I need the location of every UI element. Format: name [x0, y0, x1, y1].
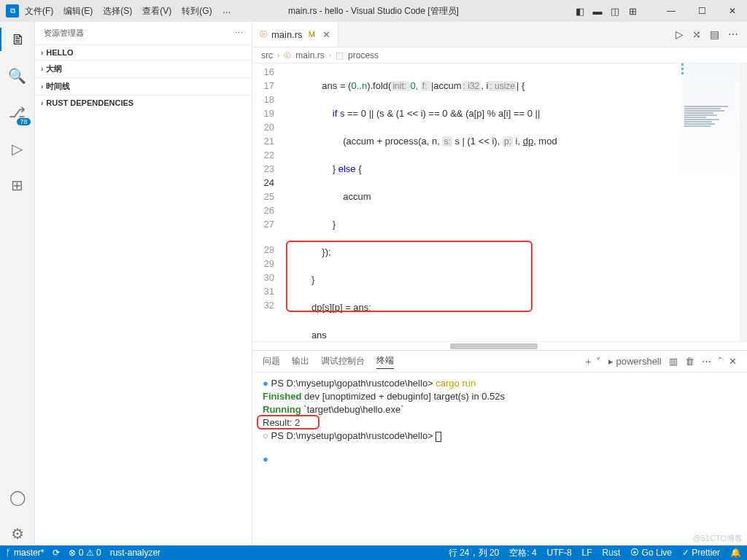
- scrollbar-horizontal[interactable]: [252, 341, 747, 350]
- terminal-maximize-icon[interactable]: ˆ: [719, 356, 721, 367]
- panel-close-icon[interactable]: ✕: [729, 356, 737, 367]
- activity-explorer[interactable]: 🗎: [0, 28, 35, 51]
- menu-bar: 文件(F) 编辑(E) 选择(S) 查看(V) 转到(G) …: [25, 5, 231, 18]
- editor-actions: ▷ ⤭ ▤ ⋯: [676, 22, 747, 47]
- more-icon[interactable]: ⋯: [728, 28, 738, 40]
- menu-more[interactable]: …: [222, 5, 231, 18]
- window-title: main.rs - hello - Visual Studio Code [管理…: [288, 5, 459, 18]
- sb-problems[interactable]: ⊗ 0 ⚠ 0: [69, 548, 101, 558]
- bc-folder[interactable]: src: [261, 50, 273, 61]
- minimap[interactable]: [681, 63, 740, 341]
- sidebar-title: 资源管理器: [44, 28, 84, 39]
- tab-dirty: M: [309, 30, 315, 39]
- sb-rust-analyzer[interactable]: rust-analyzer: [110, 548, 160, 558]
- tab-close-icon[interactable]: ✕: [322, 29, 330, 40]
- tab-main-rs[interactable]: ⦾ main.rs M ✕: [252, 22, 338, 47]
- sidebar-section-hello[interactable]: ›HELLO: [35, 44, 252, 60]
- sb-prettier[interactable]: ✓ Prettier: [682, 547, 720, 559]
- menu-goto[interactable]: 转到(G): [182, 5, 212, 18]
- ptab-terminal[interactable]: 终端: [376, 354, 394, 369]
- menu-select[interactable]: 选择(S): [103, 5, 132, 18]
- sb-language[interactable]: Rust: [603, 547, 621, 559]
- editor-tabs: ⦾ main.rs M ✕ ▷ ⤭ ▤ ⋯: [252, 22, 747, 47]
- sidebar-section-outline[interactable]: ›大纲: [35, 60, 252, 77]
- scrollbar-vertical[interactable]: [740, 63, 747, 341]
- menu-edit[interactable]: 编辑(E): [63, 5, 93, 18]
- highlight-main-fn: [286, 241, 533, 312]
- activity-search[interactable]: 🔍: [0, 64, 35, 88]
- layout-icon[interactable]: ◧: [572, 3, 588, 19]
- scm-badge: 78: [17, 118, 30, 125]
- sb-sync[interactable]: ⟳: [53, 548, 60, 558]
- editor-area: ⦾ main.rs M ✕ ▷ ⤭ ▤ ⋯ src › ⦾ main.rs › …: [252, 22, 747, 545]
- layout-icon[interactable]: ◫: [607, 3, 623, 19]
- minimize-button[interactable]: —: [657, 0, 686, 22]
- highlight-result: [257, 415, 320, 429]
- code-editor[interactable]: 1617181920212223242526272829303132 ans =…: [252, 63, 747, 341]
- sb-cursor-pos[interactable]: 行 24，列 20: [449, 547, 499, 559]
- sb-notifications[interactable]: 🔔: [730, 547, 741, 559]
- activity-extensions[interactable]: ⊞: [0, 174, 35, 197]
- sidebar-more-icon[interactable]: ⋯: [235, 28, 243, 38]
- sb-golive[interactable]: ⦿ Go Live: [630, 547, 672, 559]
- terminal-more-icon[interactable]: ⋯: [702, 356, 711, 367]
- bottom-panel: 问题 输出 调试控制台 终端 ＋ ˅ ▸ powershell ▥ 🗑 ⋯ ˆ …: [252, 350, 747, 545]
- terminal[interactable]: ● PS D:\mysetup\gopath\rustcode\hello> c…: [252, 373, 747, 545]
- bc-symbol[interactable]: process: [348, 50, 379, 61]
- status-bar: ᚶ master* ⟳ ⊗ 0 ⚠ 0 rust-analyzer 行 24，列…: [0, 545, 747, 560]
- sidebar-section-rustdeps[interactable]: ›RUST DEPENDENCIES: [35, 95, 252, 110]
- line-gutter: 1617181920212223242526272829303132: [252, 63, 285, 341]
- sb-encoding[interactable]: UTF-8: [547, 547, 572, 559]
- bc-file[interactable]: main.rs: [295, 50, 324, 61]
- sidebar-section-timeline[interactable]: ›时间线: [35, 77, 252, 95]
- activity-debug[interactable]: ▷: [0, 137, 35, 160]
- terminal-cursor: [436, 432, 441, 442]
- layout-icon[interactable]: ⊞: [624, 3, 640, 19]
- sb-branch[interactable]: ᚶ master*: [6, 548, 44, 558]
- activity-settings[interactable]: ⚙: [0, 522, 35, 545]
- breadcrumb[interactable]: src › ⦾ main.rs › ⬚ process: [252, 47, 747, 63]
- diff-icon[interactable]: ⤭: [692, 28, 701, 40]
- layout-icon[interactable]: ▬: [589, 3, 605, 19]
- run-icon[interactable]: ▷: [676, 28, 684, 40]
- sb-indent[interactable]: 空格: 4: [509, 547, 536, 559]
- ptab-problems[interactable]: 问题: [263, 355, 280, 368]
- activity-bar: 🗎 🔍 ⎇78 ▷ ⊞ ◯ ⚙: [0, 22, 35, 545]
- rust-file-icon: ⦾: [284, 50, 291, 61]
- terminal-shell-label[interactable]: ▸ powershell: [608, 356, 662, 367]
- menu-file[interactable]: 文件(F): [25, 5, 53, 18]
- terminal-new-icon[interactable]: ＋ ˅: [584, 355, 601, 368]
- tab-label: main.rs: [271, 29, 303, 40]
- titlebar: ⧉ 文件(F) 编辑(E) 选择(S) 查看(V) 转到(G) … main.r…: [0, 0, 747, 22]
- terminal-trash-icon[interactable]: 🗑: [685, 356, 694, 367]
- layout-controls: ◧ ▬ ◫ ⊞: [572, 3, 640, 19]
- cube-icon: ⬚: [336, 50, 344, 61]
- rust-file-icon: ⦾: [260, 28, 267, 40]
- split-icon[interactable]: ▤: [710, 28, 719, 40]
- panel-tabs: 问题 输出 调试控制台 终端 ＋ ˅ ▸ powershell ▥ 🗑 ⋯ ˆ …: [252, 351, 747, 373]
- code-body[interactable]: ans = (0..n).fold(init: 0, f: |accum: i3…: [285, 63, 747, 341]
- activity-scm[interactable]: ⎇78: [0, 101, 35, 124]
- vscode-icon: ⧉: [6, 4, 19, 18]
- maximize-button[interactable]: ☐: [687, 0, 716, 22]
- ptab-debug[interactable]: 调试控制台: [321, 355, 365, 368]
- close-button[interactable]: ✕: [718, 0, 747, 22]
- menu-view[interactable]: 查看(V): [142, 5, 171, 18]
- ptab-output[interactable]: 输出: [292, 355, 309, 368]
- sb-eol[interactable]: LF: [582, 547, 592, 559]
- activity-account[interactable]: ◯: [0, 486, 35, 509]
- sidebar: 资源管理器 ⋯ ›HELLO ›大纲 ›时间线 ›RUST DEPENDENCI…: [35, 22, 252, 545]
- terminal-split-icon[interactable]: ▥: [669, 356, 678, 367]
